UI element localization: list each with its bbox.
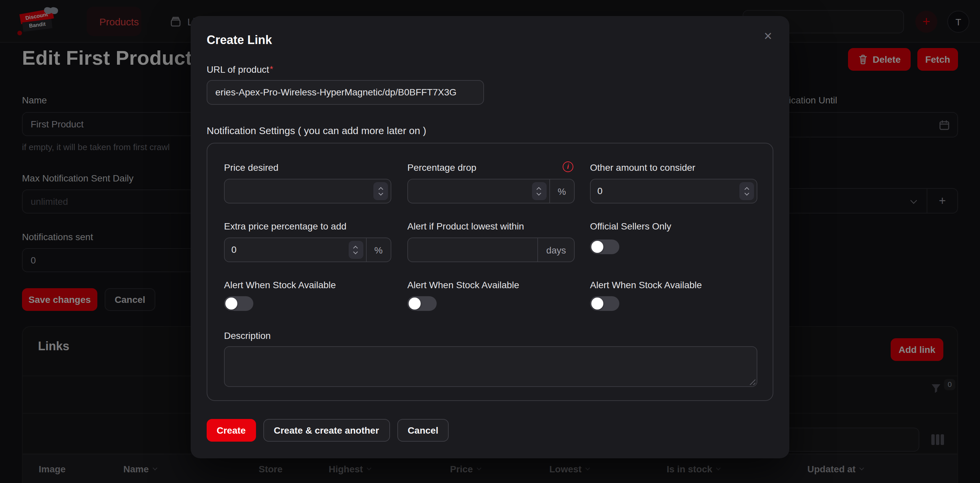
stepper-icon[interactable] [739,182,754,200]
other-amount-input[interactable]: 0 [590,179,757,204]
days-suffix: days [538,238,574,261]
modal-cancel-label: Cancel [408,425,438,436]
close-icon[interactable]: × [759,27,777,45]
official-sellers-label: Official Sellers Only [590,221,671,231]
alert-stock-toggle-3[interactable] [590,296,619,311]
lowest-within-label: Alert if Product lowest within [407,221,524,231]
info-icon[interactable]: i [563,161,573,172]
url-of-product-input[interactable]: eries-Apex-Pro-Wireless-HyperMagnetic/dp… [207,80,484,105]
create-and-create-another-button[interactable]: Create & create another [263,419,390,442]
other-amount-label: Other amount to consider [590,162,695,173]
lowest-within-input[interactable]: days [407,238,575,262]
extra-price-input[interactable]: 0 % [224,238,391,262]
toggle-knob [591,241,603,253]
alert-stock-toggle-2[interactable] [407,296,437,311]
stepper-icon[interactable] [348,241,363,259]
percentage-drop-label: Percentage drop [407,162,476,173]
create-link-modal: Create Link × URL of product* eries-Apex… [191,16,789,458]
percent-suffix: % [549,179,574,203]
stepper-icon[interactable] [532,182,546,200]
required-asterisk: * [270,64,273,74]
create-button[interactable]: Create [207,419,256,442]
notification-settings-heading: Notification Settings ( you can add more… [207,125,426,136]
toggle-knob [409,298,421,309]
stepper-icon[interactable] [373,182,388,200]
alert-stock-label-2: Alert When Stock Available [407,279,519,290]
url-value: eries-Apex-Pro-Wireless-HyperMagnetic/dp… [215,87,457,97]
percentage-drop-input[interactable]: % [407,179,575,204]
official-sellers-toggle[interactable] [590,239,619,254]
toggle-knob [591,298,603,309]
toggle-knob [225,298,237,309]
price-desired-label: Price desired [224,162,278,173]
extra-price-label: Extra price percentage to add [224,221,346,231]
alert-stock-label-3: Alert When Stock Available [590,279,702,290]
alert-stock-toggle-1[interactable] [224,296,253,311]
url-of-product-label: URL of product* [207,64,273,75]
modal-cancel-button[interactable]: Cancel [397,419,449,442]
price-desired-input[interactable] [224,179,391,204]
alert-stock-label-1: Alert When Stock Available [224,279,336,290]
description-label: Description [224,330,270,341]
notification-settings-fieldset: Price desired Percentage drop i Other am… [207,143,773,401]
create-another-label: Create & create another [274,425,379,436]
create-label: Create [217,425,246,436]
description-textarea[interactable] [224,346,757,387]
percent-suffix: % [366,238,391,261]
modal-actions: Create Create & create another Cancel [207,419,449,442]
modal-title: Create Link [207,33,272,47]
